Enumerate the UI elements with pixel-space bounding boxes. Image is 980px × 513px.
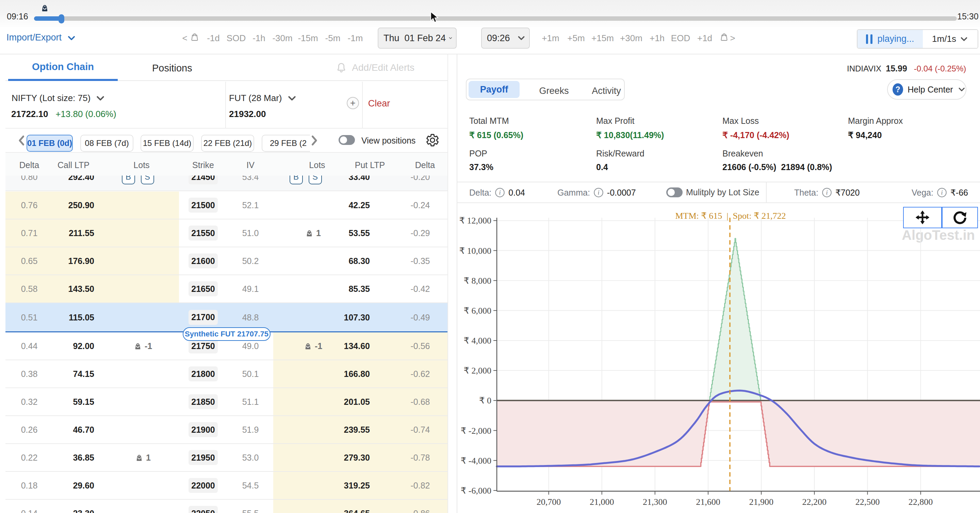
svg-text:22,500: 22,500 [856, 497, 880, 507]
svg-text:₹ 6,000: ₹ 6,000 [463, 306, 492, 316]
svg-text:i: i [598, 189, 599, 196]
svg-text:₹ 12,000: ₹ 12,000 [459, 216, 492, 226]
svg-text:MTM: ₹ 615 | Spot: ₹ 21,722: MTM: ₹ 615 | Spot: ₹ 21,722 [675, 211, 786, 221]
svg-text:₹ 2,000: ₹ 2,000 [463, 366, 492, 376]
svg-text:₹ 4,000: ₹ 4,000 [463, 336, 492, 346]
svg-text:₹ -6,000: ₹ -6,000 [461, 486, 492, 496]
svg-text:20,700: 20,700 [537, 497, 561, 507]
svg-text:21,600: 21,600 [696, 497, 721, 507]
svg-text:₹ -2,000: ₹ -2,000 [461, 426, 492, 436]
svg-text:₹ 0: ₹ 0 [479, 395, 492, 405]
svg-text:21,300: 21,300 [643, 497, 667, 507]
svg-text:₹ 8,000: ₹ 8,000 [463, 276, 492, 286]
svg-text:22,800: 22,800 [908, 497, 933, 507]
svg-text:21,000: 21,000 [590, 497, 614, 507]
svg-text:i: i [941, 189, 943, 196]
svg-text:22,200: 22,200 [802, 497, 827, 507]
svg-text:₹ -4,000: ₹ -4,000 [461, 456, 492, 466]
svg-text:21,900: 21,900 [749, 497, 773, 507]
svg-text:AlgoTest.in: AlgoTest.in [902, 227, 975, 243]
svg-text:i: i [826, 189, 827, 196]
svg-text:i: i [499, 189, 501, 196]
svg-text:₹ 10,000: ₹ 10,000 [459, 246, 492, 256]
